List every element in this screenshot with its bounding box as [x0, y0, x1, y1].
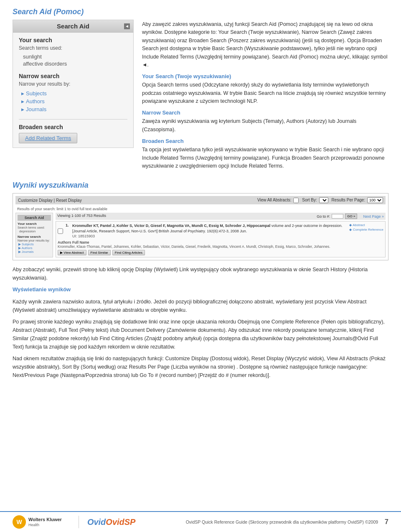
search-term-affective: affective disorders: [19, 61, 127, 67]
go-to-bar: Go to #: GO » Next Page »: [317, 214, 384, 219]
search-aid-box: Search Aid ◄ Your search Search terms us…: [13, 20, 134, 148]
search-terms-used-label: Search terms used:: [19, 45, 127, 51]
search-aid-body: Your search Search terms used: sunlight …: [13, 33, 133, 148]
broaden-search-heading: Broaden Search: [142, 138, 388, 144]
view-abstract-button[interactable]: ▶ View Abstract: [58, 250, 86, 255]
body-para1: Aby zobaczyć wyniki, przewiń stronę lub …: [13, 265, 388, 282]
your-search-label: Your search: [19, 37, 127, 43]
your-search-heading: Your Search (Twoje wyszukiwanie): [142, 73, 388, 79]
authors-full-name-label: Authors Full Name: [58, 240, 89, 244]
wyswietlanie-text: Każdy wynik zawiera nazwisko autora, tyt…: [13, 298, 388, 314]
result-checkbox[interactable]: [58, 223, 63, 239]
results-sidebar-your-search: Your search: [18, 222, 51, 226]
result-authors-section: Authors Full Name Kronmuller, Klaus-Thom…: [58, 240, 383, 249]
result-authors-inline: Kronmuller KT, Pantel J, Kohler S, Victo…: [72, 224, 270, 228]
body-text-section: Aby zobaczyć wyniki, przewiń stronę lub …: [0, 265, 401, 379]
result-item-top: 1. Kronmuller KT, Pantel J, Kohler S, Vi…: [58, 223, 383, 239]
page-title: Search Aid (Pomoc): [13, 8, 388, 16]
next-page-link[interactable]: Next Page »: [363, 214, 384, 219]
collapse-arrow-icon[interactable]: ◄: [124, 23, 130, 29]
results-sidebar-term: depression: [18, 229, 51, 233]
page-header: Search Aid (Pomoc): [0, 0, 401, 20]
result-links: ◆ Abstract ◆ Complete Reference: [349, 223, 383, 239]
footer-description: OvidSP Quick Reference Guide (Skrócony p…: [186, 519, 378, 525]
wyswietlanie-heading: Wyświetlanie wyników: [13, 285, 388, 294]
footer-divider: [79, 516, 79, 528]
results-per-page-label: Results Per Page: 100: [332, 197, 383, 203]
body-para2: Po prawej stronie każdego wyniku znajduj…: [13, 318, 388, 351]
result-title: Kronmuller KT, Pantel J, Kohler S, Victo…: [72, 223, 348, 239]
narrow-search-text: Zawęża wyniki wyszukiwania wg kryterium …: [142, 117, 388, 134]
wyniki-title: Wyniki wyszukiwania: [13, 181, 388, 190]
main-content: Search Aid ◄ Your search Search terms us…: [0, 20, 401, 174]
wolters-kluwer-logo: W Wolters Kluwer Health: [13, 515, 62, 529]
view-abstracts-checkbox[interactable]: [293, 198, 299, 203]
view-abstracts-label: View All Abstracts:: [257, 198, 299, 203]
left-panel: Search Aid ◄ Your search Search terms us…: [13, 20, 134, 174]
sort-by-label: Sort By:: [302, 197, 328, 203]
results-main: Viewing 1-100 of 753 Results Go to #: GO…: [56, 213, 386, 257]
abstract-link[interactable]: ◆ Abstract: [349, 223, 383, 227]
viewing-label: Viewing 1-100 of 753 Results: [57, 214, 106, 219]
result-number: 1.: [66, 223, 71, 239]
results-content: Search Aid Your search Search terms used…: [15, 213, 386, 257]
your-search-text: Opcja Search terms used (Odczytane rekor…: [142, 81, 388, 105]
narrow-item-subjects[interactable]: Subjects: [21, 89, 127, 97]
narrow-item-journals[interactable]: Journals: [21, 105, 127, 113]
authors-full-name-value: Kronmuller, Klaus-Thomas, Pantel, Johann…: [58, 244, 330, 249]
page-footer: W Wolters Kluwer Health OvidOvidSP OvidS…: [0, 511, 401, 532]
go-to-input[interactable]: [332, 214, 343, 219]
results-sidebar-subjects[interactable]: ▶ Subjects: [18, 242, 51, 246]
result-item: 1. Kronmuller KT, Pantel J, Kohler S, Vi…: [56, 221, 386, 257]
broaden-search-text: Ta opcja jest wyświetlana tylko jeśli wy…: [142, 146, 388, 170]
narrow-by-label: Narrow your results by:: [19, 81, 127, 87]
result-header-bar: Viewing 1-100 of 753 Results Go to #: GO…: [56, 213, 386, 220]
ovidsp-logo: OvidOvidSP: [87, 517, 136, 527]
go-button[interactable]: GO »: [345, 214, 357, 219]
result-ui: UI: 18515903: [72, 234, 348, 239]
narrow-search-section: Narrow search Narrow your results by: Su…: [19, 73, 127, 113]
results-top-bar-right: View All Abstracts: Sort By: Results Per…: [257, 197, 383, 203]
customize-display-link[interactable]: Customize Display | Reset Display: [18, 198, 82, 203]
narrow-item-authors[interactable]: Authors: [21, 97, 127, 105]
search-aid-title-bar: Search Aid ◄: [13, 20, 133, 33]
results-top-bar: Customize Display | Reset Display View A…: [15, 196, 386, 204]
results-sidebar-authors[interactable]: ▶ Authors: [18, 246, 51, 250]
find-citing-button[interactable]: Find Citing Articles: [112, 250, 145, 255]
results-sidebar-title: Search Aid: [18, 215, 51, 221]
page-number: 7: [385, 518, 388, 526]
narrow-items-list: Subjects Authors Journals: [19, 89, 127, 113]
sort-by-select[interactable]: [319, 197, 328, 203]
wk-logo-text: Wolters Kluwer Health: [28, 517, 62, 527]
broaden-section: Broaden search Add Related Terms: [19, 119, 127, 143]
results-sidebar-journals[interactable]: ▶ Journals: [18, 250, 51, 254]
results-per-page-select[interactable]: 100: [367, 197, 383, 203]
search-term-sunlight: sunlight: [19, 53, 127, 60]
body-para3: Nad oknem rezultatów znajdują się linki …: [13, 354, 388, 379]
narrow-search-heading: Narrow Search: [142, 109, 388, 116]
results-subbar: Results of your search: limit 1 to ovid …: [15, 206, 386, 212]
narrow-search-label: Narrow search: [19, 73, 127, 79]
find-similar-button[interactable]: Find Similar: [88, 250, 111, 255]
go-to-label: Go to #:: [317, 214, 330, 219]
intro-paragraph: Aby zawęzić zakres wyszukiwania, użyj fu…: [142, 20, 388, 69]
add-related-terms-button[interactable]: Add Related Terms: [19, 133, 77, 143]
search-aid-title: Search Aid: [57, 23, 89, 30]
results-sidebar-narrow: Narrow search: [18, 235, 51, 239]
results-sidebar: Search Aid Your search Search terms used…: [15, 213, 53, 257]
results-mockup: Customize Display | Reset Display View A…: [13, 193, 388, 260]
broaden-label: Broaden search: [19, 124, 127, 130]
wyniki-section: Wyniki wyszukiwania Customize Display | …: [13, 181, 388, 260]
result-action-buttons: ▶ View Abstract Find Similar Find Citing…: [58, 250, 383, 255]
complete-reference-link[interactable]: ◆ Complete Reference: [349, 228, 383, 232]
results-sidebar-terms-label: Search terms used:: [18, 226, 51, 229]
wk-logo-icon: W: [13, 515, 26, 529]
right-panel: Aby zawęzić zakres wyszukiwania, użyj fu…: [142, 20, 388, 174]
results-sidebar-narrow-by: Narrow your results by:: [18, 239, 51, 242]
